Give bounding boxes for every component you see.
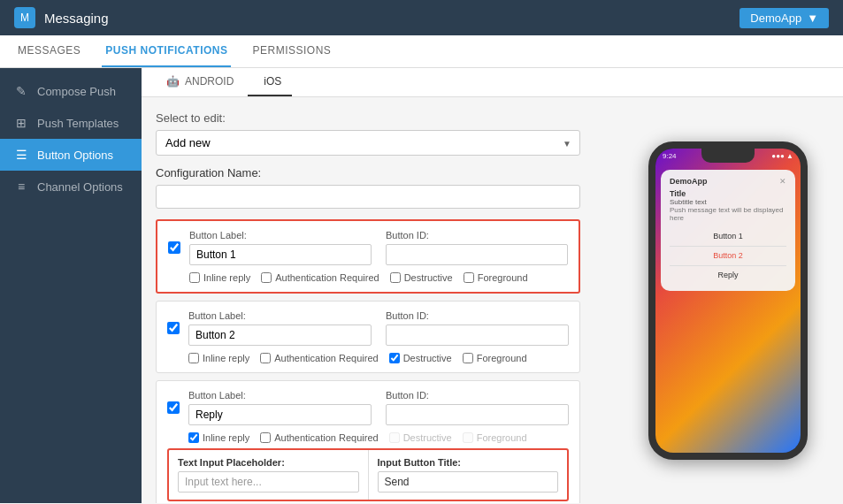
button-3-id-input[interactable]: [386, 404, 569, 425]
text-input-placeholder-label: Text Input Placeholder:: [178, 457, 359, 468]
input-button-title-input[interactable]: [378, 471, 559, 493]
sidebar: ✎ Compose Push ⊞ Push Templates ☰ Button…: [0, 68, 142, 503]
tab-ios[interactable]: iOS: [248, 68, 292, 96]
button-row-3: Button Label: Button ID:: [156, 380, 580, 503]
nav-tabs: MESSAGES PUSH NOTIFICATIONS PERMISSIONS: [0, 35, 843, 68]
button-3-destructive: Destructive: [389, 432, 452, 443]
select-edit-label: Select to edit:: [156, 111, 599, 125]
button-1-destructive[interactable]: Destructive: [390, 272, 453, 283]
button-1-checkbox[interactable]: [168, 241, 180, 254]
sidebar-item-button-options[interactable]: ☰ Button Options: [0, 139, 142, 171]
button-1-options: Inline reply Authentication Required Des…: [168, 272, 568, 283]
button-2-id-input[interactable]: [386, 325, 569, 346]
sidebar-item-label: Compose Push: [37, 85, 116, 98]
sidebar-item-push-templates[interactable]: ⊞ Push Templates: [0, 107, 142, 139]
sidebar-item-channel-options[interactable]: ≡ Channel Options: [0, 171, 142, 202]
button-2-destructive[interactable]: Destructive: [389, 353, 452, 363]
button-3-checkbox[interactable]: [167, 401, 180, 414]
button-3-label-input[interactable]: [188, 404, 372, 425]
sidebar-item-label: Push Templates: [37, 117, 119, 130]
tab-android[interactable]: 🤖 ANDROID: [156, 68, 244, 96]
input-button-title-col: Input Button Title:: [369, 450, 568, 500]
android-icon: 🤖: [166, 75, 180, 88]
phone-mockup: 9:24 ●●● ▲ DemoApp ✕ Title Subtitle text…: [648, 141, 808, 460]
button-1-id-field: Button ID:: [386, 230, 568, 241]
tab-permissions[interactable]: PERMISSIONS: [249, 35, 334, 67]
text-input-placeholder-col: Text Input Placeholder:: [169, 450, 369, 500]
notification-card: DemoApp ✕ Title Subtitle text Push messa…: [661, 170, 795, 291]
button-2-auth-required[interactable]: Authentication Required: [260, 353, 378, 363]
phone-notch: [701, 149, 755, 163]
button-1-label-field: Button Label:: [189, 230, 372, 241]
input-button-title-label: Input Button Title:: [378, 457, 559, 468]
dropdown-icon: ▼: [807, 11, 818, 25]
current-app-label: DemoApp: [750, 11, 801, 25]
button-2-id-field: Button ID:: [386, 310, 569, 321]
phone-screen: 9:24 ●●● ▲ DemoApp ✕ Title Subtitle text…: [655, 149, 801, 453]
button-1-fields: Button Label: Button ID:: [189, 230, 568, 265]
platform-tabs: 🤖 ANDROID iOS: [142, 68, 843, 97]
main-content: Select to edit: Add new Configuration Na…: [142, 97, 613, 503]
button-2-checkbox[interactable]: [167, 322, 180, 334]
config-name-input[interactable]: [156, 185, 580, 209]
notification-buttons: Button 1 Button 2 Reply: [670, 227, 786, 284]
tab-push-notifications[interactable]: PUSH NOTIFICATIONS: [102, 35, 231, 67]
button-2-label-col: Button Label:: [188, 310, 372, 346]
notif-btn-2[interactable]: Button 2: [670, 246, 786, 264]
buttons-container: Button Label: Button ID:: [156, 219, 580, 503]
notif-btn-reply[interactable]: Reply: [670, 265, 786, 284]
select-edit-dropdown[interactable]: Add new: [156, 130, 580, 156]
button-1-label-col: Button Label:: [189, 230, 372, 265]
notification-body: Push message text will be displayed here: [670, 206, 786, 222]
button-3-options: Inline reply Authentication Required Des…: [167, 432, 569, 443]
button-3-fields: Button Label: Button ID:: [188, 390, 569, 425]
layout: ✎ Compose Push ⊞ Push Templates ☰ Button…: [0, 68, 843, 503]
button-options-icon: ☰: [14, 148, 28, 162]
button-3-foreground: Foreground: [463, 432, 527, 443]
button-row-2: Button Label: Button ID:: [156, 301, 580, 373]
button-2-foreground[interactable]: Foreground: [463, 353, 527, 363]
select-wrapper: Add new: [156, 130, 580, 156]
push-templates-icon: ⊞: [14, 116, 28, 130]
notification-header: DemoApp ✕: [670, 177, 786, 186]
button-2-fields: Button Label: Button ID:: [188, 310, 569, 346]
notification-subtitle: Subtitle text: [670, 198, 786, 206]
button-row-3-header: Button Label: Button ID:: [167, 390, 569, 425]
button-3-auth-required[interactable]: Authentication Required: [260, 432, 378, 443]
button-2-label-field: Button Label:: [188, 310, 372, 321]
sidebar-item-label: Button Options: [37, 149, 113, 162]
button-3-label-col: Button Label:: [188, 390, 372, 425]
notification-title: Title: [670, 189, 786, 198]
app-icon: M: [14, 7, 35, 28]
channel-options-icon: ≡: [14, 179, 28, 194]
button-1-id-input[interactable]: [386, 244, 568, 265]
button-1-inline-reply[interactable]: Inline reply: [189, 272, 250, 283]
button-row-1: Button Label: Button ID:: [156, 219, 580, 294]
button-2-label-input[interactable]: [188, 325, 372, 346]
config-name-label: Configuration Name:: [156, 166, 599, 179]
text-input-placeholder-input[interactable]: [178, 471, 359, 493]
notif-btn-1[interactable]: Button 1: [670, 227, 786, 245]
compose-push-icon: ✎: [14, 84, 28, 98]
inline-reply-section: Text Input Placeholder: Input Button Tit…: [167, 448, 569, 501]
button-1-auth-required[interactable]: Authentication Required: [261, 272, 379, 283]
inline-reply-row: Text Input Placeholder: Input Button Tit…: [169, 450, 567, 500]
button-2-id-col: Button ID:: [386, 310, 569, 346]
tab-messages[interactable]: MESSAGES: [14, 35, 84, 67]
button-1-label-input[interactable]: [189, 244, 372, 265]
notification-app-name: DemoApp: [670, 177, 708, 186]
button-3-id-field: Button ID:: [386, 390, 569, 401]
phone-area: 9:24 ●●● ▲ DemoApp ✕ Title Subtitle text…: [613, 97, 843, 503]
button-3-inline-reply[interactable]: Inline reply: [188, 432, 249, 443]
sidebar-item-compose-push[interactable]: ✎ Compose Push: [0, 75, 142, 107]
top-bar-left: M Messaging: [14, 7, 109, 28]
button-2-inline-reply[interactable]: Inline reply: [188, 353, 249, 363]
button-1-id-col: Button ID:: [386, 230, 568, 265]
button-1-foreground[interactable]: Foreground: [464, 272, 528, 283]
sidebar-item-label: Channel Options: [37, 180, 123, 194]
app-selector[interactable]: DemoApp ▼: [740, 8, 829, 28]
button-row-2-header: Button Label: Button ID:: [167, 310, 569, 346]
notification-close-icon[interactable]: ✕: [779, 177, 786, 186]
button-3-id-col: Button ID:: [386, 390, 569, 425]
button-row-1-header: Button Label: Button ID:: [168, 230, 568, 265]
